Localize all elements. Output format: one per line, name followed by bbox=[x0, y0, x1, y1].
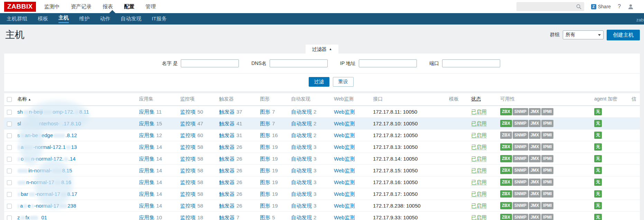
filter-dns-input[interactable] bbox=[270, 59, 328, 67]
column-header-名称[interactable]: 名称▲ bbox=[15, 93, 136, 106]
global-search[interactable] bbox=[516, 2, 584, 11]
items-link[interactable]: 监控项 bbox=[180, 132, 196, 138]
discovery-link[interactable]: 自动发现 bbox=[291, 179, 312, 185]
applications-link[interactable]: 应用集 bbox=[139, 179, 155, 185]
filter-name-input[interactable] bbox=[181, 59, 239, 67]
row-checkbox[interactable] bbox=[7, 145, 12, 150]
host-link[interactable]: zfx_01 bbox=[17, 214, 47, 220]
status-enabled-link[interactable]: 已启用 bbox=[471, 191, 487, 197]
graphs-link[interactable]: 图形 bbox=[260, 203, 270, 209]
status-enabled-link[interactable]: 已启用 bbox=[471, 179, 487, 185]
web-link[interactable]: Web监测 bbox=[334, 203, 355, 209]
status-enabled-link[interactable]: 已启用 bbox=[471, 203, 487, 209]
graphs-link[interactable]: 图形 bbox=[260, 179, 270, 185]
triggers-link[interactable]: 触发器 bbox=[219, 191, 235, 197]
items-link[interactable]: 监控项 bbox=[180, 214, 196, 220]
status-enabled-link[interactable]: 已启用 bbox=[471, 156, 487, 162]
graphs-link[interactable]: 图形 bbox=[260, 168, 270, 173]
status-enabled-link[interactable]: 已启用 bbox=[471, 132, 487, 138]
search-input[interactable] bbox=[519, 4, 576, 9]
triggers-link[interactable]: 触发器 bbox=[219, 214, 235, 220]
status-enabled-link[interactable]: 已启用 bbox=[471, 168, 487, 174]
host-link[interactable]: in-normal-8.15 bbox=[17, 168, 72, 173]
discovery-link[interactable]: 自动发现 bbox=[291, 191, 312, 197]
row-checkbox[interactable] bbox=[7, 204, 12, 209]
host-link[interactable]: n-normal-178.16 bbox=[17, 179, 71, 185]
triggers-link[interactable]: 触发器 bbox=[219, 203, 235, 209]
graphs-link[interactable]: 图形 bbox=[260, 144, 270, 150]
host-link[interactable]: shn-beijiomp-172.8.11 bbox=[17, 109, 89, 115]
row-checkbox[interactable] bbox=[7, 180, 12, 185]
discovery-link[interactable]: 自动发现 bbox=[291, 203, 312, 209]
host-link[interactable]: slnterhost-.17.8.10 bbox=[17, 121, 81, 126]
triggers-link[interactable]: 触发器 bbox=[219, 156, 235, 162]
applications-link[interactable]: 应用集 bbox=[139, 109, 155, 115]
row-checkbox[interactable] bbox=[7, 157, 12, 162]
applications-link[interactable]: 应用集 bbox=[139, 214, 155, 220]
zabbix-logo[interactable]: ZABBIX bbox=[4, 2, 36, 12]
web-link[interactable]: Web监测 bbox=[334, 144, 355, 150]
triggers-link[interactable]: 触发器 bbox=[219, 179, 235, 185]
main-menu-item-报表[interactable]: 报表 bbox=[103, 3, 113, 10]
main-menu-item-监测中[interactable]: 监测中 bbox=[44, 3, 60, 10]
host-link[interactable]: san-beedge.8.12 bbox=[17, 132, 77, 138]
subnav-item-维护[interactable]: 维护 bbox=[74, 13, 95, 25]
row-checkbox[interactable] bbox=[7, 133, 12, 138]
applications-link[interactable]: 应用集 bbox=[139, 156, 155, 162]
subnav-item-自动发现[interactable]: 自动发现 bbox=[115, 13, 147, 25]
web-link[interactable]: Web监测 bbox=[334, 179, 355, 185]
items-link[interactable]: 监控项 bbox=[180, 203, 196, 209]
share-button[interactable]: Z Share bbox=[591, 4, 611, 9]
discovery-link[interactable]: 自动发现 bbox=[291, 132, 312, 138]
profile-icon[interactable] bbox=[628, 4, 634, 10]
items-link[interactable]: 监控项 bbox=[180, 168, 196, 173]
discovery-link[interactable]: 自动发现 bbox=[291, 144, 312, 150]
graphs-link[interactable]: 图形 bbox=[260, 132, 270, 138]
web-link[interactable]: Web监测 bbox=[334, 121, 355, 126]
items-link[interactable]: 监控项 bbox=[180, 121, 196, 126]
column-header-状态[interactable]: 状态 bbox=[468, 93, 497, 106]
triggers-link[interactable]: 触发器 bbox=[219, 109, 235, 115]
items-link[interactable]: 监控项 bbox=[180, 179, 196, 185]
filter-port-input[interactable] bbox=[442, 59, 500, 67]
row-checkbox[interactable] bbox=[7, 216, 12, 220]
graphs-link[interactable]: 图形 bbox=[260, 191, 270, 197]
graphs-link[interactable]: 图形 bbox=[260, 109, 270, 115]
items-link[interactable]: 监控项 bbox=[180, 109, 196, 115]
row-checkbox[interactable] bbox=[7, 192, 12, 197]
web-link[interactable]: Web监测 bbox=[334, 109, 355, 115]
discovery-link[interactable]: 自动发现 bbox=[291, 214, 312, 220]
triggers-link[interactable]: 触发器 bbox=[219, 168, 235, 173]
help-icon[interactable]: ? bbox=[618, 3, 621, 10]
graphs-link[interactable]: 图形 bbox=[260, 121, 270, 126]
subnav-item-动作[interactable]: 动作 bbox=[95, 13, 115, 25]
triggers-link[interactable]: 触发器 bbox=[219, 132, 235, 138]
status-enabled-link[interactable]: 已启用 bbox=[471, 109, 487, 115]
row-checkbox[interactable] bbox=[7, 122, 12, 126]
select-all-checkbox[interactable] bbox=[7, 97, 12, 102]
items-link[interactable]: 监控项 bbox=[180, 191, 196, 197]
group-select[interactable]: 所有 bbox=[563, 30, 604, 39]
web-link[interactable]: Web监测 bbox=[334, 156, 355, 162]
host-link[interactable]: ae-normal-17238 bbox=[17, 203, 76, 209]
discovery-link[interactable]: 自动发现 bbox=[291, 156, 312, 162]
row-checkbox[interactable] bbox=[7, 110, 12, 115]
filter-ip-input[interactable] bbox=[359, 59, 417, 67]
web-link[interactable]: Web监测 bbox=[334, 168, 355, 173]
subnav-item-IT服务[interactable]: IT服务 bbox=[147, 13, 172, 25]
web-link[interactable]: Web监测 bbox=[334, 132, 355, 138]
applications-link[interactable]: 应用集 bbox=[139, 121, 155, 126]
web-link[interactable]: Web监测 bbox=[334, 214, 355, 220]
triggers-link[interactable]: 触发器 bbox=[219, 121, 235, 126]
subnav-item-主机[interactable]: 主机 bbox=[53, 13, 74, 25]
main-menu-item-配置[interactable]: 配置 bbox=[124, 3, 134, 10]
discovery-link[interactable]: 自动发现 bbox=[291, 168, 312, 173]
applications-link[interactable]: 应用集 bbox=[139, 132, 155, 138]
triggers-link[interactable]: 触发器 bbox=[219, 144, 235, 150]
create-host-button[interactable]: 创建主机 bbox=[607, 30, 640, 40]
host-link[interactable]: on-normal-172..14 bbox=[17, 156, 76, 162]
subnav-item-模板[interactable]: 模板 bbox=[32, 13, 53, 25]
discovery-link[interactable]: 自动发现 bbox=[291, 109, 312, 115]
applications-link[interactable]: 应用集 bbox=[139, 203, 155, 209]
filter-reset-button[interactable]: 重设 bbox=[333, 77, 354, 87]
